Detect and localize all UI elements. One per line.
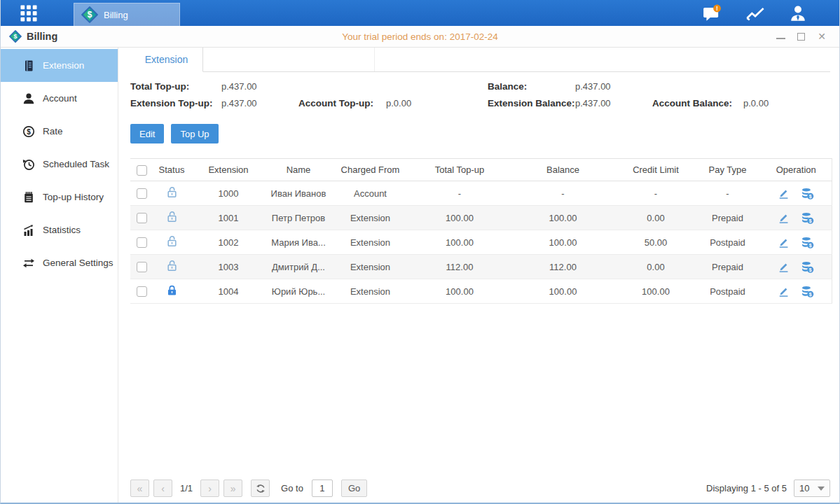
edit-row-icon[interactable]	[778, 286, 790, 298]
table-row: 1000 Иван Иванов Account - - - -	[130, 181, 832, 206]
row-checkbox[interactable]	[137, 188, 147, 199]
cell-charged-from: Extension	[330, 206, 411, 230]
total-topup-label: Total Top-up:	[130, 81, 221, 92]
cell-total-topup: -	[411, 181, 509, 206]
messages-icon[interactable]: !	[702, 4, 722, 22]
cell-balance: 112.00	[509, 255, 617, 279]
displaying-text: Displaying 1 - 5 of 5	[706, 483, 787, 493]
svg-text:$: $	[809, 193, 812, 199]
cell-name: Дмитрий Д...	[267, 255, 330, 279]
sidebar-label: Rate	[43, 126, 63, 136]
sidebar-label: Extension	[43, 60, 84, 71]
status-lock-icon[interactable]	[166, 235, 178, 247]
close-button[interactable]: ✕	[817, 31, 827, 41]
cell-name: Юрий Юрь...	[267, 279, 330, 304]
row-checkbox[interactable]	[137, 237, 147, 248]
svg-text:$: $	[27, 127, 31, 135]
sidebar-item-extension[interactable]: Extension	[1, 49, 118, 82]
cell-extension: 1002	[190, 230, 267, 255]
apps-grid-icon[interactable]	[13, 0, 44, 26]
cell-name: Петр Петров	[267, 206, 330, 230]
cell-pay-type: Postpaid	[694, 279, 761, 304]
user-icon[interactable]	[789, 5, 807, 22]
sidebar-item-account[interactable]: Account	[1, 82, 118, 115]
extension-topup-value: p.437.00	[221, 98, 298, 108]
status-lock-icon[interactable]	[166, 260, 178, 272]
edit-button[interactable]: Edit	[130, 124, 164, 144]
balance-label: Balance:	[488, 81, 575, 92]
account-balance-label: Account Balance:	[652, 98, 743, 108]
sidebar-item-topup-history[interactable]: Top-up History	[1, 181, 118, 214]
top-up-row-icon[interactable]: $	[801, 261, 814, 273]
sidebar-item-statistics[interactable]: Statistics	[1, 214, 118, 246]
select-all-checkbox[interactable]	[137, 165, 147, 176]
clock-history-icon	[22, 158, 35, 171]
cell-charged-from: Extension	[330, 279, 411, 304]
cell-credit-limit: 0.00	[617, 255, 694, 279]
page-size-select[interactable]: 10	[794, 479, 830, 497]
total-topup-value: p.437.00	[221, 81, 298, 92]
go-button[interactable]: Go	[341, 479, 367, 497]
cell-balance: 100.00	[509, 206, 617, 230]
status-lock-icon[interactable]	[166, 211, 178, 223]
dollar-circle-icon: $	[22, 125, 35, 138]
top-up-row-icon[interactable]: $	[801, 286, 814, 298]
cell-balance: 100.00	[509, 230, 617, 255]
first-page-button[interactable]: «	[130, 479, 149, 497]
row-checkbox[interactable]	[137, 213, 147, 223]
window-controls: ✕	[776, 31, 839, 41]
svg-text:$: $	[809, 291, 812, 297]
statistics-chart-icon[interactable]	[745, 5, 765, 22]
action-buttons: Edit Top Up	[130, 124, 830, 144]
cell-credit-limit: 100.00	[617, 279, 694, 304]
sidebar-item-rate[interactable]: $ Rate	[1, 115, 118, 148]
goto-label: Go to	[281, 483, 303, 493]
balance-summary: Total Top-up: p.437.00 Balance: p.437.00…	[130, 81, 830, 108]
cell-balance: 100.00	[509, 279, 617, 304]
billing-diamond-icon-small: $	[9, 30, 22, 43]
top-up-row-icon[interactable]: $	[801, 237, 814, 248]
window-title: Billing	[27, 31, 57, 42]
pager-right: Displaying 1 - 5 of 5 10	[706, 479, 830, 497]
header-charged-from: Charged From	[330, 159, 411, 181]
header-name: Name	[267, 159, 330, 181]
row-checkbox[interactable]	[137, 286, 147, 297]
topbar-tab-billing[interactable]: $ Billing	[74, 3, 180, 26]
edit-row-icon[interactable]	[778, 212, 790, 224]
minimize-button[interactable]	[776, 34, 785, 39]
cell-total-topup: 112.00	[411, 255, 509, 279]
topbar-right-icons: !	[702, 4, 839, 22]
edit-row-icon[interactable]	[778, 188, 790, 200]
refresh-button[interactable]	[251, 479, 270, 497]
tab-bar: Extension	[130, 48, 830, 72]
sidebar-item-scheduled-task[interactable]: Scheduled Task	[1, 148, 118, 181]
status-lock-icon[interactable]	[166, 284, 178, 296]
person-icon	[22, 92, 35, 105]
row-checkbox[interactable]	[137, 262, 147, 272]
next-page-button[interactable]: ›	[200, 479, 219, 497]
pager-controls: « ‹ 1/1 › »	[130, 479, 367, 497]
cell-name: Иван Иванов	[267, 181, 330, 206]
edit-row-icon[interactable]	[778, 237, 790, 248]
sidebar-item-general-settings[interactable]: General Settings	[1, 246, 118, 279]
edit-row-icon[interactable]	[778, 261, 790, 273]
maximize-button[interactable]	[797, 33, 805, 41]
cell-credit-limit: 50.00	[617, 230, 694, 255]
status-lock-icon[interactable]	[166, 186, 178, 198]
top-up-button[interactable]: Top Up	[171, 124, 218, 144]
sidebar-label: Top-up History	[43, 192, 104, 202]
sidebar-label: General Settings	[43, 258, 113, 268]
top-up-row-icon[interactable]: $	[801, 212, 814, 224]
cell-total-topup: 100.00	[411, 230, 509, 255]
account-topup-value: p.0.00	[386, 98, 488, 108]
cell-credit-limit: 0.00	[617, 206, 694, 230]
account-topup-label: Account Top-up:	[298, 98, 386, 108]
prev-page-button[interactable]: ‹	[153, 479, 172, 497]
top-up-row-icon[interactable]: $	[801, 188, 814, 200]
extension-balance-value: p.437.00	[575, 98, 652, 108]
tab-extension[interactable]: Extension	[130, 48, 203, 72]
goto-page-input[interactable]	[312, 479, 333, 497]
bar-chart-icon	[22, 224, 35, 237]
window-titlebar: $ Billing Your trial period ends on: 201…	[1, 26, 839, 48]
last-page-button[interactable]: »	[223, 479, 242, 497]
